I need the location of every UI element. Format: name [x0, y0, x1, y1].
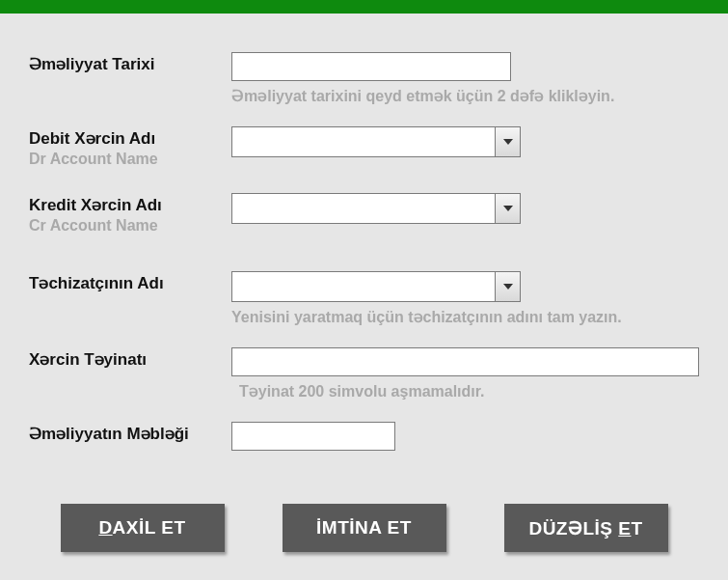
expense-purpose-hint: Təyinat 200 simvolu aşmamalıdır. — [231, 382, 699, 400]
row-credit-account: Kredit Xərcin Adı Cr Account Name — [29, 193, 699, 235]
row-transaction-date: Əməliyyat Tarixi Əməliyyat tarixini qeyd… — [29, 52, 699, 119]
row-expense-purpose: Xərcin Təyinatı Təyinat 200 simvolu aşma… — [29, 347, 699, 414]
cancel-button[interactable]: İMTİNA ET — [283, 504, 446, 552]
enter-button[interactable]: DAXİL ET — [61, 504, 225, 552]
supplier-name-dropdown-button[interactable] — [495, 272, 520, 301]
field-col: Təyinat 200 simvolu aşmamalıdır. — [231, 347, 699, 414]
transaction-date-label: Əməliyyat Tarixi — [29, 54, 231, 74]
transaction-date-input[interactable] — [231, 52, 511, 81]
debit-account-dropdown-button[interactable] — [495, 127, 520, 156]
cancel-button-text: İMTİNA ET — [316, 517, 412, 539]
credit-account-label: Kredit Xərcin Adı — [29, 195, 231, 215]
credit-account-combo[interactable] — [231, 193, 521, 224]
edit-button-text-post: T — [631, 518, 642, 539]
debit-account-input[interactable] — [232, 127, 495, 156]
expense-purpose-input[interactable] — [231, 347, 699, 376]
field-col: Yenisini yaratmaq üçün təchizatçının adı… — [231, 271, 699, 340]
edit-button-accel: E — [618, 518, 631, 539]
label-col: Əməliyyat Tarixi — [29, 52, 231, 74]
supplier-name-label: Təchizatçının Adı — [29, 273, 231, 293]
supplier-name-combo[interactable] — [231, 271, 521, 302]
credit-account-sublabel: Cr Account Name — [29, 217, 231, 235]
field-col — [231, 422, 699, 451]
edit-button[interactable]: DÜZƏLİŞ ET — [504, 504, 668, 552]
transaction-amount-label: Əməliyyatın Məbləği — [29, 424, 231, 444]
button-row: DAXİL ET İMTİNA ET DÜZƏLİŞ ET — [29, 504, 699, 552]
expense-purpose-label: Xərcin Təyinatı — [29, 349, 231, 370]
enter-button-accel: D — [98, 517, 112, 538]
debit-account-label: Debit Xərcin Adı — [29, 128, 231, 149]
debit-account-sublabel: Dr Account Name — [29, 151, 231, 168]
transaction-date-hint: Əməliyyat tarixini qeyd etmək üçün 2 dəf… — [231, 87, 699, 105]
label-col: Debit Xərcin Adı Dr Account Name — [29, 126, 231, 168]
debit-account-combo[interactable] — [231, 126, 521, 157]
chevron-down-icon — [503, 284, 513, 290]
label-col: Kredit Xərcin Adı Cr Account Name — [29, 193, 231, 235]
supplier-name-input[interactable] — [232, 272, 495, 301]
chevron-down-icon — [503, 139, 513, 145]
form-area: Əməliyyat Tarixi Əməliyyat tarixini qeyd… — [0, 14, 728, 552]
enter-button-text: AXİL ET — [113, 517, 186, 538]
field-col — [231, 126, 699, 157]
chevron-down-icon — [503, 206, 513, 211]
supplier-name-hint: Yenisini yaratmaq üçün təchizatçının adı… — [231, 308, 699, 326]
label-col: Təchizatçının Adı — [29, 271, 231, 293]
label-col: Əməliyyatın Məbləği — [29, 422, 231, 444]
edit-button-text-pre: DÜZƏLİŞ — [528, 518, 618, 539]
form-window: Əməliyyat Tarixi Əməliyyat tarixini qeyd… — [0, 0, 728, 580]
row-debit-account: Debit Xərcin Adı Dr Account Name — [29, 126, 699, 168]
row-supplier-name: Təchizatçının Adı Yenisini yaratmaq üçün… — [29, 271, 699, 340]
label-col: Xərcin Təyinatı — [29, 347, 231, 370]
window-titlebar — [0, 0, 728, 14]
field-col: Əməliyyat tarixini qeyd etmək üçün 2 dəf… — [231, 52, 699, 119]
credit-account-dropdown-button[interactable] — [495, 194, 520, 223]
credit-account-input[interactable] — [232, 194, 495, 223]
transaction-amount-input[interactable] — [231, 422, 395, 451]
field-col — [231, 193, 699, 224]
row-transaction-amount: Əməliyyatın Məbləği — [29, 422, 699, 451]
